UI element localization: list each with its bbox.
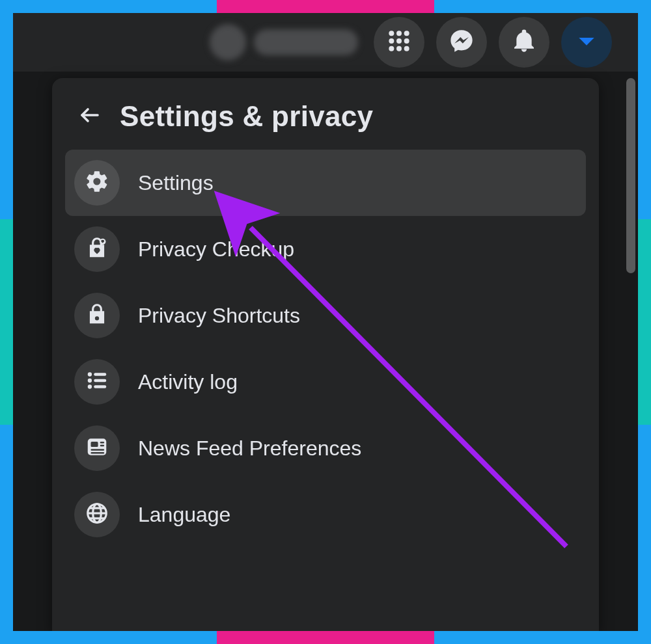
- menu-item-news-feed-preferences[interactable]: News Feed Preferences: [65, 415, 586, 481]
- top-nav-bar: [13, 13, 638, 72]
- svg-rect-21: [91, 449, 105, 451]
- svg-point-0: [389, 31, 394, 36]
- menu-item-privacy-shortcuts[interactable]: Privacy Shortcuts: [65, 282, 586, 349]
- menu-grid-button[interactable]: [374, 17, 424, 68]
- bell-icon: [511, 28, 537, 57]
- gear-icon: [85, 169, 109, 196]
- svg-point-2: [404, 31, 409, 36]
- settings-privacy-panel: Settings & privacy Settings Privacy Chec…: [52, 78, 599, 631]
- globe-icon: [85, 501, 109, 528]
- messenger-button[interactable]: [436, 17, 487, 68]
- menu-item-label: Settings: [138, 171, 214, 195]
- menu-item-activity-log[interactable]: Activity log: [65, 349, 586, 415]
- svg-point-3: [389, 38, 394, 44]
- profile-chip-blurred[interactable]: [210, 24, 358, 60]
- svg-rect-20: [100, 445, 104, 447]
- menu-item-label: Privacy Checkup: [138, 237, 294, 262]
- svg-point-5: [404, 38, 409, 44]
- back-button[interactable]: [77, 103, 103, 129]
- svg-rect-16: [94, 385, 106, 388]
- list-icon: [85, 368, 109, 396]
- svg-point-8: [404, 46, 409, 51]
- svg-point-6: [389, 46, 394, 51]
- lock-heart-icon: [85, 235, 109, 263]
- panel-header: Settings & privacy: [65, 98, 586, 150]
- caret-down-icon: [574, 28, 600, 57]
- svg-rect-12: [94, 373, 106, 375]
- svg-rect-19: [100, 442, 104, 444]
- grid-icon: [386, 28, 412, 57]
- svg-rect-18: [91, 442, 98, 447]
- profile-name-placeholder: [254, 29, 358, 55]
- lock-icon: [85, 302, 109, 329]
- svg-rect-14: [94, 379, 106, 382]
- svg-point-1: [396, 31, 402, 36]
- messenger-icon: [449, 28, 475, 57]
- menu-item-settings[interactable]: Settings: [65, 150, 586, 216]
- menu-item-label: Privacy Shortcuts: [138, 304, 300, 328]
- svg-point-11: [88, 372, 92, 376]
- arrow-left-icon: [78, 103, 102, 129]
- panel-title: Settings & privacy: [120, 100, 373, 133]
- svg-point-7: [396, 46, 402, 51]
- scrollbar-thumb[interactable]: [626, 78, 635, 273]
- svg-point-4: [396, 38, 402, 44]
- svg-rect-22: [91, 452, 105, 454]
- newspaper-icon: [85, 435, 109, 462]
- menu-list: Settings Privacy Checkup Privacy Shortcu…: [65, 150, 586, 548]
- menu-item-label: News Feed Preferences: [138, 436, 361, 461]
- account-dropdown-button[interactable]: [561, 17, 612, 68]
- menu-item-privacy-checkup[interactable]: Privacy Checkup: [65, 216, 586, 282]
- svg-point-15: [88, 384, 92, 388]
- notifications-button[interactable]: [499, 17, 549, 68]
- menu-item-label: Language: [138, 503, 230, 527]
- menu-item-label: Activity log: [138, 370, 238, 394]
- avatar: [210, 24, 246, 60]
- menu-item-language[interactable]: Language: [65, 481, 586, 548]
- svg-point-13: [88, 379, 92, 382]
